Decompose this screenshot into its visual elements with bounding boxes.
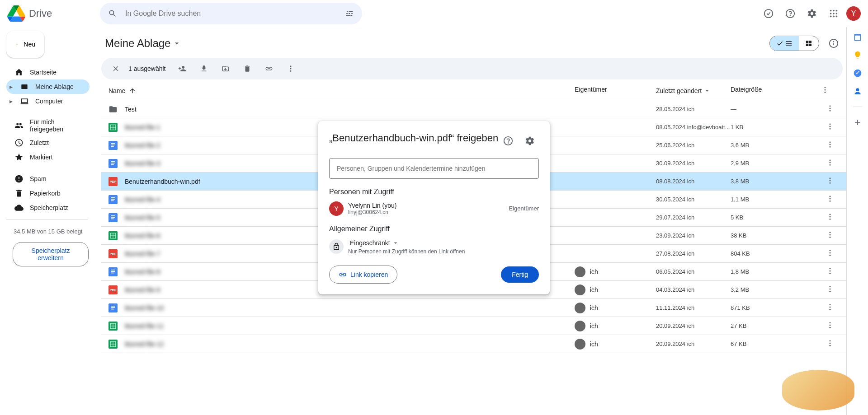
access-dropdown[interactable]: Eingeschränkt	[348, 238, 465, 247]
done-button[interactable]: Fertig	[501, 266, 539, 283]
share-input[interactable]	[329, 158, 539, 179]
share-dialog: „Benutzerhandbuch-win.pdf“ freigeben Per…	[318, 121, 550, 294]
people-section-title: Personen mit Zugriff	[329, 188, 539, 196]
dialog-overlay: „Benutzerhandbuch-win.pdf“ freigeben Per…	[0, 0, 868, 415]
person-row: Y Yvelynn Lin (you) linyj@300624.cn Eige…	[329, 201, 539, 216]
dialog-settings-icon[interactable]	[521, 132, 539, 150]
lock-icon	[332, 242, 340, 251]
general-section-title: Allgemeiner Zugriff	[329, 225, 539, 233]
person-name: Yvelynn Lin (you)	[348, 202, 505, 209]
copy-link-button[interactable]: Link kopieren	[329, 266, 397, 284]
access-row: Eingeschränkt Nur Personen mit Zugriff k…	[329, 238, 539, 255]
access-description: Nur Personen mit Zugriff können den Link…	[348, 248, 465, 255]
link-icon	[339, 270, 347, 279]
svg-point-118	[508, 143, 509, 143]
chevron-down-icon	[392, 239, 399, 247]
person-email: linyj@300624.cn	[348, 209, 505, 215]
lock-icon-wrap	[329, 239, 344, 254]
dialog-title: „Benutzerhandbuch-win.pdf“ freigeben	[329, 132, 498, 145]
dialog-help-icon[interactable]	[499, 132, 517, 150]
person-avatar: Y	[329, 201, 344, 216]
person-role: Eigentümer	[509, 205, 539, 212]
